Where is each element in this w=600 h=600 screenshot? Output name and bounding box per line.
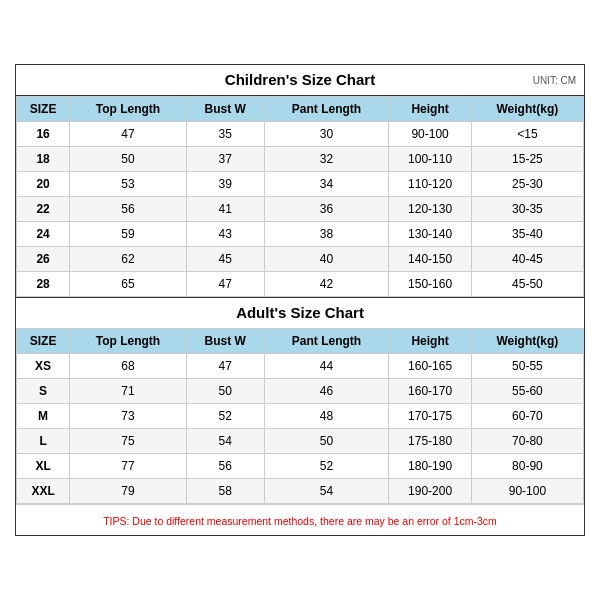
children-table: SIZE Top Length Bust W Pant Length Heigh… — [16, 96, 584, 297]
table-cell: 36 — [264, 197, 389, 222]
table-cell: 62 — [70, 247, 187, 272]
children-col-size: SIZE — [17, 97, 70, 122]
adult-table: SIZE Top Length Bust W Pant Length Heigh… — [16, 328, 584, 504]
children-header-row: SIZE Top Length Bust W Pant Length Heigh… — [17, 97, 584, 122]
table-cell: XXL — [17, 479, 70, 504]
adult-col-size: SIZE — [17, 329, 70, 354]
table-cell: 70-80 — [471, 429, 583, 454]
table-cell: 18 — [17, 147, 70, 172]
children-col-weight: Weight(kg) — [471, 97, 583, 122]
table-cell: 160-170 — [389, 379, 471, 404]
table-cell: 120-130 — [389, 197, 471, 222]
table-cell: 50 — [70, 147, 187, 172]
table-cell: 40-45 — [471, 247, 583, 272]
table-cell: 39 — [186, 172, 264, 197]
table-cell: 100-110 — [389, 147, 471, 172]
table-cell: 90-100 — [389, 122, 471, 147]
children-col-height: Height — [389, 97, 471, 122]
table-cell: 77 — [70, 454, 187, 479]
table-cell: 58 — [186, 479, 264, 504]
table-cell: 65 — [70, 272, 187, 297]
table-cell: 41 — [186, 197, 264, 222]
table-cell: 170-175 — [389, 404, 471, 429]
table-row: XXL795854190-20090-100 — [17, 479, 584, 504]
table-row: 18503732100-11015-25 — [17, 147, 584, 172]
table-cell: 20 — [17, 172, 70, 197]
unit-label: UNIT: CM — [533, 75, 576, 86]
table-cell: 180-190 — [389, 454, 471, 479]
table-row: 1647353090-100<15 — [17, 122, 584, 147]
table-cell: 42 — [264, 272, 389, 297]
table-cell: 60-70 — [471, 404, 583, 429]
tips-text: TIPS: Due to different measurement metho… — [103, 515, 497, 527]
table-cell: 46 — [264, 379, 389, 404]
table-cell: 190-200 — [389, 479, 471, 504]
table-cell: 28 — [17, 272, 70, 297]
table-cell: S — [17, 379, 70, 404]
adult-title-row: Adult's Size Chart — [16, 297, 584, 328]
table-cell: 50-55 — [471, 354, 583, 379]
table-cell: 75 — [70, 429, 187, 454]
table-cell: 47 — [186, 272, 264, 297]
adult-header-row: SIZE Top Length Bust W Pant Length Heigh… — [17, 329, 584, 354]
table-cell: 35-40 — [471, 222, 583, 247]
table-cell: M — [17, 404, 70, 429]
adult-col-height: Height — [389, 329, 471, 354]
table-cell: 68 — [70, 354, 187, 379]
table-cell: 110-120 — [389, 172, 471, 197]
table-cell: 43 — [186, 222, 264, 247]
table-cell: 30 — [264, 122, 389, 147]
table-row: 22564136120-13030-35 — [17, 197, 584, 222]
table-cell: 80-90 — [471, 454, 583, 479]
table-cell: 50 — [264, 429, 389, 454]
table-cell: 55-60 — [471, 379, 583, 404]
children-col-toplength: Top Length — [70, 97, 187, 122]
adult-col-weight: Weight(kg) — [471, 329, 583, 354]
size-chart: Children's Size Chart UNIT: CM SIZE Top … — [15, 64, 585, 536]
table-row: L755450175-18070-80 — [17, 429, 584, 454]
table-cell: 24 — [17, 222, 70, 247]
table-cell: 44 — [264, 354, 389, 379]
table-cell: 175-180 — [389, 429, 471, 454]
children-table-body: 1647353090-100<1518503732100-11015-25205… — [17, 122, 584, 297]
table-cell: 34 — [264, 172, 389, 197]
table-cell: 16 — [17, 122, 70, 147]
table-cell: <15 — [471, 122, 583, 147]
table-cell: 90-100 — [471, 479, 583, 504]
table-cell: 52 — [264, 454, 389, 479]
adult-table-body: XS684744160-16550-55S715046160-17055-60M… — [17, 354, 584, 504]
table-cell: 15-25 — [471, 147, 583, 172]
table-cell: 45 — [186, 247, 264, 272]
table-row: 26624540140-15040-45 — [17, 247, 584, 272]
table-cell: 52 — [186, 404, 264, 429]
table-cell: 71 — [70, 379, 187, 404]
table-cell: 30-35 — [471, 197, 583, 222]
table-row: S715046160-17055-60 — [17, 379, 584, 404]
adult-col-toplength: Top Length — [70, 329, 187, 354]
table-cell: 32 — [264, 147, 389, 172]
table-cell: 47 — [70, 122, 187, 147]
table-cell: 48 — [264, 404, 389, 429]
table-cell: 22 — [17, 197, 70, 222]
table-row: XS684744160-16550-55 — [17, 354, 584, 379]
table-cell: 59 — [70, 222, 187, 247]
table-cell: 25-30 — [471, 172, 583, 197]
table-cell: 38 — [264, 222, 389, 247]
table-cell: 73 — [70, 404, 187, 429]
table-cell: 26 — [17, 247, 70, 272]
table-cell: L — [17, 429, 70, 454]
table-cell: 54 — [264, 479, 389, 504]
table-row: 28654742150-16045-50 — [17, 272, 584, 297]
table-cell: XL — [17, 454, 70, 479]
children-col-pantlength: Pant Length — [264, 97, 389, 122]
table-cell: 160-165 — [389, 354, 471, 379]
adult-title: Adult's Size Chart — [236, 304, 364, 321]
table-cell: 47 — [186, 354, 264, 379]
table-row: M735248170-17560-70 — [17, 404, 584, 429]
table-cell: 54 — [186, 429, 264, 454]
table-cell: 40 — [264, 247, 389, 272]
table-cell: XS — [17, 354, 70, 379]
table-cell: 140-150 — [389, 247, 471, 272]
table-cell: 35 — [186, 122, 264, 147]
table-row: XL775652180-19080-90 — [17, 454, 584, 479]
